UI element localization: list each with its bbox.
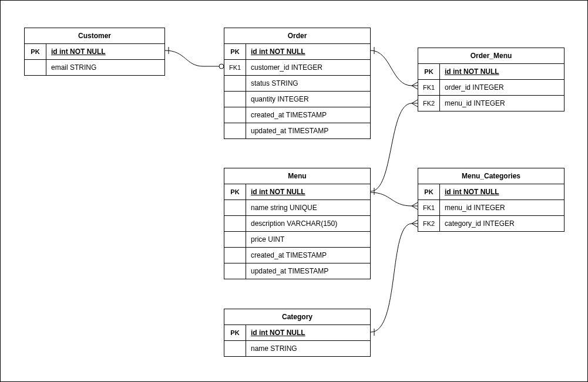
field-cell: customer_id INTEGER — [246, 60, 370, 75]
svg-line-7 — [412, 100, 418, 103]
key-cell — [224, 200, 246, 215]
entity-row: FK2 category_id INTEGER — [418, 216, 564, 231]
field-cell: created_at TIMESTAMP — [246, 107, 370, 123]
entity-row: name STRING — [224, 341, 370, 356]
field-cell: created_at TIMESTAMP — [246, 248, 370, 263]
field-cell: id int NOT NULL — [440, 64, 564, 79]
entity-order: Order PK id int NOT NULL FK1 customer_id… — [224, 28, 371, 139]
field-cell: id int NOT NULL — [46, 44, 164, 59]
key-cell — [224, 248, 246, 263]
key-cell: FK1 — [418, 200, 440, 215]
field-cell: quantity INTEGER — [246, 92, 370, 107]
key-cell — [25, 60, 46, 75]
key-cell: PK — [224, 44, 246, 59]
entity-menu: Menu PK id int NOT NULL name string UNIQ… — [224, 168, 371, 279]
entity-row: PK id int NOT NULL — [224, 44, 370, 60]
field-cell: id int NOT NULL — [246, 44, 370, 59]
entity-row: FK1 menu_id INTEGER — [418, 200, 564, 216]
key-cell: FK1 — [418, 80, 440, 95]
entity-row: PK id int NOT NULL — [224, 184, 370, 200]
entity-title: Order — [224, 28, 370, 44]
entity-menu-categories: Menu_Categories PK id int NOT NULL FK1 m… — [418, 168, 565, 232]
entity-row: PK id int NOT NULL — [418, 184, 564, 200]
key-cell — [224, 76, 246, 91]
entity-customer: Customer PK id int NOT NULL email STRING — [24, 28, 165, 76]
entity-row: PK id int NOT NULL — [418, 64, 564, 80]
entity-row: created_at TIMESTAMP — [224, 248, 370, 263]
entity-row: quantity INTEGER — [224, 92, 370, 107]
field-cell: status STRING — [246, 76, 370, 91]
key-cell — [224, 341, 246, 356]
field-cell: description VARCHAR(150) — [246, 216, 370, 231]
entity-row: email STRING — [25, 60, 164, 75]
entity-order-menu: Order_Menu PK id int NOT NULL FK1 order_… — [418, 48, 565, 111]
field-cell: price UINT — [246, 232, 370, 247]
entity-row: price UINT — [224, 232, 370, 248]
entity-row: updated_at TIMESTAMP — [224, 123, 370, 138]
field-cell: updated_at TIMESTAMP — [246, 123, 370, 138]
field-cell: menu_id INTEGER — [440, 96, 564, 111]
field-cell: name string UNIQUE — [246, 200, 370, 215]
entity-row: FK2 menu_id INTEGER — [418, 96, 564, 111]
key-cell — [224, 216, 246, 231]
entity-row: name string UNIQUE — [224, 200, 370, 216]
key-cell: FK2 — [418, 216, 440, 231]
field-cell: id int NOT NULL — [440, 184, 564, 200]
entity-title: Menu — [224, 168, 370, 184]
entity-title: Category — [224, 309, 370, 325]
er-diagram-canvas: Customer PK id int NOT NULL email STRING… — [0, 0, 588, 382]
svg-point-0 — [219, 64, 224, 69]
key-cell: FK1 — [224, 60, 246, 75]
field-cell: updated_at TIMESTAMP — [246, 263, 370, 279]
entity-title: Order_Menu — [418, 48, 564, 64]
key-cell: PK — [418, 64, 440, 79]
field-cell: category_id INTEGER — [440, 216, 564, 231]
entity-row: FK1 customer_id INTEGER — [224, 60, 370, 76]
field-cell: email STRING — [46, 60, 164, 75]
key-cell — [224, 123, 246, 138]
svg-line-9 — [412, 103, 418, 107]
svg-line-16 — [412, 224, 418, 227]
svg-line-10 — [412, 202, 418, 206]
entity-row: updated_at TIMESTAMP — [224, 263, 370, 279]
entity-category: Category PK id int NOT NULL name STRING — [224, 309, 371, 357]
svg-line-12 — [412, 206, 418, 209]
svg-line-3 — [412, 82, 418, 86]
entity-title: Customer — [25, 28, 164, 44]
key-cell: FK2 — [418, 96, 440, 111]
key-cell — [224, 107, 246, 123]
field-cell: id int NOT NULL — [246, 325, 370, 340]
entity-title: Menu_Categories — [418, 168, 564, 184]
svg-line-14 — [412, 220, 418, 224]
field-cell: name STRING — [246, 341, 370, 356]
key-cell: PK — [224, 184, 246, 200]
key-cell: PK — [418, 184, 440, 200]
key-cell: PK — [224, 325, 246, 340]
entity-row: status STRING — [224, 76, 370, 92]
key-cell — [224, 263, 246, 279]
entity-row: PK id int NOT NULL — [224, 325, 370, 341]
key-cell — [224, 92, 246, 107]
key-cell — [224, 232, 246, 247]
field-cell: order_id INTEGER — [440, 80, 564, 95]
key-cell: PK — [25, 44, 46, 59]
entity-row: FK1 order_id INTEGER — [418, 80, 564, 96]
svg-line-5 — [412, 86, 418, 89]
field-cell: menu_id INTEGER — [440, 200, 564, 215]
entity-row: PK id int NOT NULL — [25, 44, 164, 60]
field-cell: id int NOT NULL — [246, 184, 370, 200]
entity-row: created_at TIMESTAMP — [224, 107, 370, 123]
entity-row: description VARCHAR(150) — [224, 216, 370, 232]
